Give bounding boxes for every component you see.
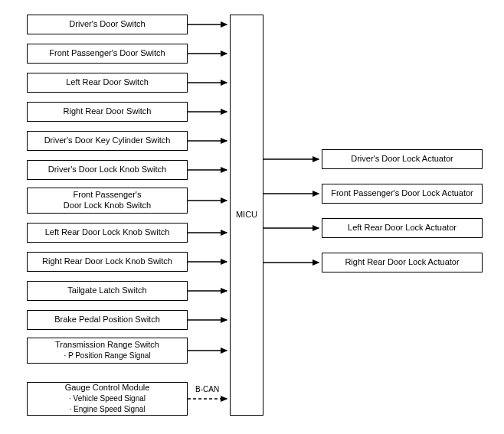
output-right-rear-door-lock-actuator: Right Rear Door Lock Actuator [322,253,483,272]
input-label: Tailgate Latch Switch [67,286,146,296]
input-label: Left Rear Door Switch [66,77,149,88]
input-drivers-door-key-cylinder-switch: Driver's Door Key Cylinder Switch [27,131,188,151]
input-label: Right Rear Door Switch [64,106,152,117]
output-label: Right Rear Door Lock Actuator [345,257,459,268]
input-label: Driver's Door Key Cylinder Switch [44,135,171,146]
input-transmission-range-switch: Transmission Range Switch · P Position R… [27,338,188,364]
input-label: Right Rear Door Lock Knob Switch [42,256,172,267]
input-front-passenger-door-switch: Front Passenger's Door Switch [27,44,188,64]
input-brake-pedal-position-switch: Brake Pedal Position Switch [27,310,188,330]
input-left-rear-door-lock-knob-switch: Left Rear Door Lock Knob Switch [27,223,188,243]
line1: Transmission Range Switch [55,340,159,349]
micu-label: MICU [236,210,257,220]
line2: · P Position Range Signal [64,351,150,360]
input-right-rear-door-lock-knob-switch: Right Rear Door Lock Knob Switch [27,252,188,272]
input-label: Front Passenger's Door Switch [49,48,165,59]
line3: · Engine Speed Signal [70,405,146,413]
input-front-passenger-door-lock-knob-switch: Front Passenger's Door Lock Knob Switch [27,188,188,214]
bcan-label: B-CAN [195,385,219,393]
input-gauge-control-module: Gauge Control Module · Vehicle Speed Sig… [27,382,188,416]
line2: Door Lock Knob Switch [64,201,151,210]
output-label: Front Passenger's Door Lock Actuator [331,188,473,199]
input-right-rear-door-switch: Right Rear Door Switch [27,102,188,122]
input-drivers-door-switch: Driver's Door Switch [27,15,188,34]
line2: · Vehicle Speed Signal [69,394,146,403]
input-label: Transmission Range Switch · P Position R… [55,340,159,361]
output-front-passenger-door-lock-actuator: Front Passenger's Door Lock Actuator [322,184,483,204]
input-drivers-door-lock-knob-switch: Driver's Door Lock Knob Switch [27,160,188,180]
line1: Front Passenger's [74,190,142,199]
output-left-rear-door-lock-actuator: Left Rear Door Lock Actuator [322,218,483,238]
input-tailgate-latch-switch: Tailgate Latch Switch [27,281,188,301]
input-label: Gauge Control Module · Vehicle Speed Sig… [65,383,150,414]
input-label: Front Passenger's Door Lock Knob Switch [64,190,151,211]
micu-box: MICU [230,15,263,416]
input-left-rear-door-switch: Left Rear Door Switch [27,73,188,93]
input-label: Driver's Door Lock Knob Switch [48,165,166,175]
input-label: Brake Pedal Position Switch [54,315,160,325]
line1: Gauge Control Module [65,383,150,392]
output-label: Driver's Door Lock Actuator [351,154,453,165]
input-label: Driver's Door Switch [69,19,145,30]
output-drivers-door-lock-actuator: Driver's Door Lock Actuator [322,149,483,169]
input-label: Left Rear Door Lock Knob Switch [45,227,170,238]
output-label: Left Rear Door Lock Actuator [348,223,457,233]
